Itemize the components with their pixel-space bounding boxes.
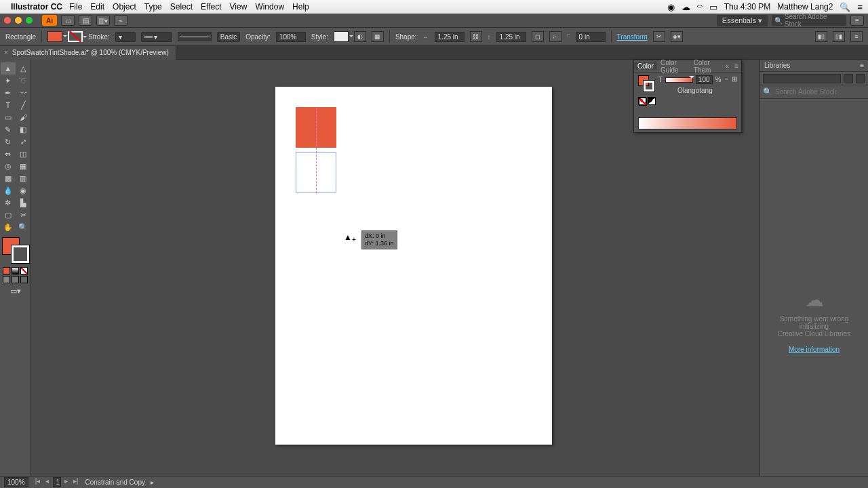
panel-menu-icon[interactable]: ≡ <box>732 62 741 70</box>
minimize-window[interactable] <box>15 17 22 24</box>
tint-ramp[interactable] <box>638 117 737 129</box>
menu-object[interactable]: Object <box>113 2 136 12</box>
direct-selection-tool[interactable]: △ <box>16 62 31 75</box>
battery-icon[interactable]: ▭ <box>709 2 717 12</box>
shape-builder-tool[interactable]: ◎ <box>1 160 16 172</box>
ctrl-menu-icon[interactable]: ≡ <box>850 31 863 42</box>
zoom-level[interactable]: 100% <box>4 477 28 487</box>
document-tab[interactable]: × SpotSwatchTintShade.ai* @ 100% (CMYK/P… <box>0 46 176 60</box>
stroke-weight[interactable]: ▾ <box>115 32 136 42</box>
view-list-icon[interactable] <box>856 74 865 83</box>
spotlight-icon[interactable]: 🔍 <box>840 2 850 12</box>
options-icon[interactable]: ⊞ <box>732 75 737 83</box>
perspective-tool[interactable]: ▦ <box>16 160 31 172</box>
draw-normal[interactable] <box>3 276 10 283</box>
magic-wand-tool[interactable]: ✦ <box>1 75 16 87</box>
menu-window[interactable]: Window <box>255 2 284 12</box>
rectangle-tool[interactable]: ▭ <box>1 111 16 123</box>
menu-help[interactable]: Help <box>292 2 309 12</box>
new-swatch-icon[interactable]: ▫ <box>725 75 728 83</box>
new-doc-icon[interactable]: ▭ <box>61 15 75 26</box>
menu-extra-icon[interactable]: ≡ <box>857 2 863 12</box>
draw-inside[interactable] <box>20 276 28 283</box>
more-info-link[interactable]: More information <box>767 346 861 353</box>
cloud-icon[interactable]: ☁ <box>682 2 690 12</box>
menu-view[interactable]: View <box>230 2 248 12</box>
app-name[interactable]: Illustrator CC <box>11 2 62 12</box>
brush-basic[interactable]: Basic <box>217 32 240 42</box>
expand-icon[interactable]: « <box>723 62 732 70</box>
fill-swatch[interactable] <box>47 31 62 42</box>
none-chip[interactable] <box>638 97 646 105</box>
width-tool[interactable]: ⇔ <box>1 148 16 160</box>
record-icon[interactable]: ◉ <box>667 2 675 12</box>
color-proxy[interactable] <box>638 75 654 92</box>
open-doc-icon[interactable]: ▤ <box>79 15 92 26</box>
graph-tool[interactable]: ▙ <box>16 197 31 209</box>
shape-width[interactable]: 1.25 in <box>435 32 465 42</box>
lasso-tool[interactable]: ➰ <box>16 75 31 87</box>
artboard-number[interactable]: 1 <box>53 477 61 487</box>
gradient-tool[interactable]: ▥ <box>16 172 31 184</box>
gradient-mode[interactable] <box>12 267 19 274</box>
link-wh-icon[interactable]: ⛓ <box>470 31 482 42</box>
mesh-tool[interactable]: ▩ <box>1 172 16 184</box>
curvature-tool[interactable]: 〰 <box>16 87 31 99</box>
next-artboard[interactable]: ▸ <box>62 477 71 487</box>
bridge-icon[interactable]: ⌁ <box>114 15 127 26</box>
wifi-icon[interactable]: ⌔ <box>697 2 703 12</box>
stroke-proxy[interactable] <box>12 245 29 263</box>
eraser-tool[interactable]: ◧ <box>16 123 31 136</box>
status-disclosure[interactable]: ▸ <box>151 479 154 486</box>
close-tab-icon[interactable]: × <box>4 49 8 56</box>
opacity-input[interactable]: 100% <box>276 32 306 42</box>
transform-link[interactable]: Transform <box>617 33 648 41</box>
free-transform-tool[interactable]: ◫ <box>16 148 31 160</box>
stroke-swatch[interactable] <box>68 31 83 42</box>
corner-link-icon[interactable]: ⌐ <box>549 31 561 42</box>
artboard-tool[interactable]: ▢ <box>1 209 16 221</box>
rotate-tool[interactable]: ↻ <box>1 136 16 148</box>
isolate-icon[interactable]: ✂ <box>653 31 665 42</box>
recolor-icon[interactable]: ◐ <box>354 31 366 42</box>
zoom-window[interactable] <box>26 17 33 24</box>
eyedropper-tool[interactable]: 💧 <box>1 184 16 197</box>
panel-menu-icon[interactable]: ≡ <box>850 15 864 26</box>
stroke-var-width[interactable]: ━━ ▾ <box>141 32 172 42</box>
pen-tool[interactable]: ✒ <box>1 87 16 99</box>
panel-menu-icon[interactable]: ≡ <box>860 62 864 69</box>
clock[interactable]: Thu 4:30 PM <box>724 2 771 12</box>
bw-chip[interactable] <box>648 97 656 105</box>
arrange-icon[interactable]: ▥▾ <box>96 15 110 26</box>
screen-mode[interactable]: ▭▾ <box>1 285 31 297</box>
tab-color[interactable]: Color <box>634 62 657 70</box>
prev-artboard[interactable]: ◂ <box>43 477 52 487</box>
corner-type-icon[interactable]: ◻ <box>532 31 544 42</box>
select-similar-icon[interactable]: ◈▾ <box>671 31 683 42</box>
scale-tool[interactable]: ⤢ <box>16 136 31 148</box>
tab-color-guide[interactable]: Color Guide <box>657 59 690 74</box>
username[interactable]: Matthew Lang2 <box>777 2 833 12</box>
menu-select[interactable]: Select <box>170 2 193 12</box>
library-search[interactable]: Search Adobe Stock <box>775 88 837 96</box>
brush-definition[interactable] <box>178 32 212 41</box>
menu-type[interactable]: Type <box>144 2 162 12</box>
library-selector[interactable] <box>763 74 841 83</box>
blend-tool[interactable]: ◉ <box>16 184 31 197</box>
menu-effect[interactable]: Effect <box>201 2 221 12</box>
shape-height[interactable]: 1.25 in <box>496 32 526 42</box>
tint-slider[interactable] <box>665 77 693 83</box>
zoom-tool[interactable]: 🔍 <box>16 221 31 233</box>
paintbrush-tool[interactable]: 🖌 <box>16 111 31 123</box>
none-mode[interactable] <box>20 267 28 274</box>
type-tool[interactable]: T <box>1 99 16 111</box>
selection-tool[interactable]: ▲ <box>1 62 16 75</box>
corner-radius[interactable]: 0 in <box>576 32 606 42</box>
draw-behind[interactable] <box>12 276 19 283</box>
last-artboard[interactable]: ▸| <box>72 477 80 487</box>
line-tool[interactable]: ╱ <box>16 99 31 111</box>
tab-color-themes[interactable]: Color Them <box>690 59 723 74</box>
color-mode[interactable] <box>3 267 10 274</box>
graphic-style[interactable] <box>334 31 349 42</box>
dock-left-icon[interactable]: ▮▯ <box>815 31 827 42</box>
